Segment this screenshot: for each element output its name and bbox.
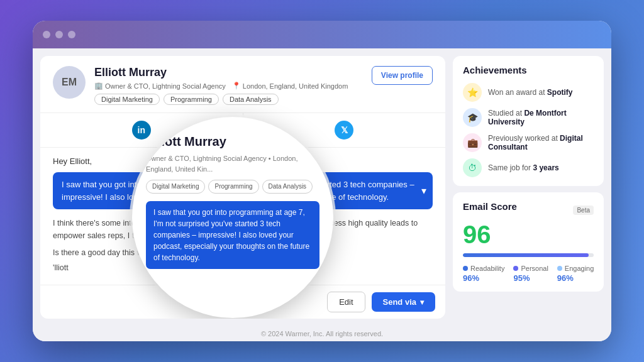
work-icon: 💼 [463, 133, 482, 152]
engaging-dot [557, 266, 562, 271]
edit-button[interactable]: Edit [327, 292, 365, 312]
email-signature: 'lliott [53, 263, 433, 272]
achievement-text-0: Won an award at Spotify [488, 88, 573, 97]
achievement-item-3: ⏱ Same job for 3 years [463, 158, 594, 177]
profile-title: Owner & CTO, Lightning Social Agency [105, 82, 226, 90]
footer-bar: © 2024 Warmer, Inc. All rights reserved. [33, 326, 611, 341]
personal-dot [513, 266, 518, 271]
score-bar [463, 253, 594, 257]
achievements-title: Achievements [463, 65, 594, 75]
personal-label: Personal [513, 265, 548, 272]
achievement-item-0: ⭐ Won an award at Spotify [463, 83, 594, 102]
tag-programming: Programming [164, 94, 219, 105]
profile-location: London, England, United Kingdom [243, 82, 348, 90]
profile-info: Elliott Murray 🏢 Owner & CTO, Lightning … [94, 66, 363, 105]
time-icon: ⏱ [463, 158, 482, 177]
top-bar [33, 21, 611, 48]
email-highlighted-text: I saw that you got into programming at a… [62, 180, 414, 202]
achievement-item-2: 💼 Previously worked at Digital Consultan… [463, 133, 594, 152]
star-icon: ⭐ [463, 83, 482, 102]
email-highlighted-block[interactable]: I saw that you got into programming at a… [53, 172, 433, 209]
profile-title-item: 🏢 Owner & CTO, Lightning Social Agency [94, 82, 226, 90]
achievement-text-1: Studied at De Montfort University [488, 109, 594, 126]
send-dropdown-icon: ▾ [420, 298, 424, 307]
email-paragraph-1: I think there's some interesting synergi… [53, 217, 433, 242]
metric-personal: Personal 95% [513, 265, 548, 283]
tag-data-analysis: Data Analysis [223, 94, 279, 105]
twitter-icon: 𝕏 [335, 121, 353, 140]
email-greeting: Hey Elliott, [53, 156, 433, 166]
score-number: 96 [463, 222, 594, 247]
send-label: Send via [383, 297, 416, 307]
readability-value: 96% [463, 273, 504, 283]
readability-label: Readability [463, 265, 504, 272]
profile-meta: 🏢 Owner & CTO, Lightning Social Agency 📍… [94, 82, 363, 90]
profile-location-item: 📍 London, England, United Kingdom [232, 82, 348, 90]
linkedin-link[interactable]: in [40, 113, 243, 147]
top-bar-dot-2 [55, 31, 63, 38]
tag-digital-marketing: Digital Marketing [94, 94, 160, 105]
left-panel: EM Elliott Murray 🏢 Owner & CTO, Lightni… [40, 56, 445, 319]
metric-readability: Readability 96% [463, 265, 504, 283]
beta-badge: Beta [573, 206, 594, 215]
profile-name: Elliott Murray [94, 66, 363, 79]
avatar: EM [53, 66, 86, 99]
top-bar-dot-1 [43, 31, 50, 38]
linkedin-icon: in [132, 121, 151, 140]
achievement-text-3: Same job for 3 years [488, 163, 559, 172]
score-card: Email Score Beta 96 Readability 96% [453, 192, 604, 292]
view-profile-button[interactable]: View profile [372, 66, 433, 85]
briefcase-icon: 🏢 [94, 82, 103, 90]
score-title: Email Score [463, 201, 517, 212]
score-metrics: Readability 96% Personal 95% [463, 265, 594, 283]
email-question: Is there a good day this week to hop on … [53, 248, 433, 257]
email-body: Hey Elliott, I saw that you got into pro… [40, 148, 445, 285]
personal-label-text: Personal [521, 265, 548, 272]
dropdown-arrow-icon[interactable]: ▾ [421, 184, 426, 199]
social-links: in 𝕏 [40, 113, 445, 148]
twitter-link[interactable]: 𝕏 [243, 113, 446, 147]
achievement-item-1: 🎓 Studied at De Montfort University [463, 108, 594, 127]
readability-dot [463, 266, 468, 271]
right-panel: Achievements ⭐ Won an award at Spotify 🎓… [453, 56, 604, 319]
metric-engaging: Engaging 96% [557, 265, 594, 283]
engaging-label: Engaging [557, 265, 594, 272]
email-bottom-bar: Edit Send via ▾ [40, 285, 445, 319]
achievements-card: Achievements ⭐ Won an award at Spotify 🎓… [453, 56, 604, 186]
location-icon: 📍 [232, 82, 241, 90]
engaging-value: 96% [557, 273, 594, 283]
top-bar-dot-3 [68, 31, 75, 38]
content-area: EM Elliott Murray 🏢 Owner & CTO, Lightni… [33, 48, 611, 326]
education-icon: 🎓 [463, 108, 482, 127]
personal-value: 95% [513, 273, 548, 283]
profile-tags: Digital Marketing Programming Data Analy… [94, 94, 363, 105]
score-header: Email Score Beta [463, 201, 594, 219]
send-button[interactable]: Send via ▾ [372, 292, 435, 312]
achievement-text-2: Previously worked at Digital Consultant [488, 134, 594, 151]
device-frame: EM Elliott Murray 🏢 Owner & CTO, Lightni… [33, 21, 611, 341]
engaging-label-text: Engaging [565, 265, 594, 272]
profile-section: EM Elliott Murray 🏢 Owner & CTO, Lightni… [40, 56, 445, 113]
score-bar-fill [463, 253, 589, 257]
readability-label-text: Readability [470, 265, 504, 272]
footer-text: © 2024 Warmer, Inc. All rights reserved. [261, 330, 383, 337]
